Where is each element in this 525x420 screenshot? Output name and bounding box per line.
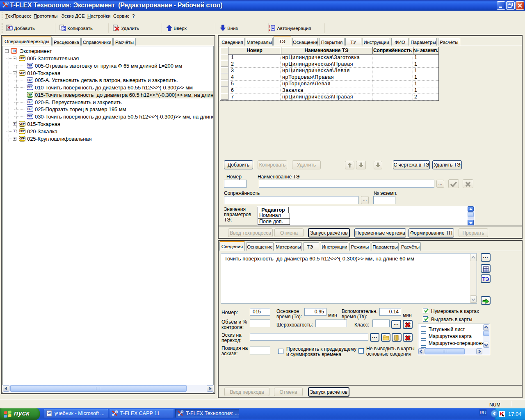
- svg-text:1: 1: [269, 25, 270, 28]
- svg-text:2: 2: [269, 28, 270, 31]
- svg-text:W: W: [48, 411, 51, 415]
